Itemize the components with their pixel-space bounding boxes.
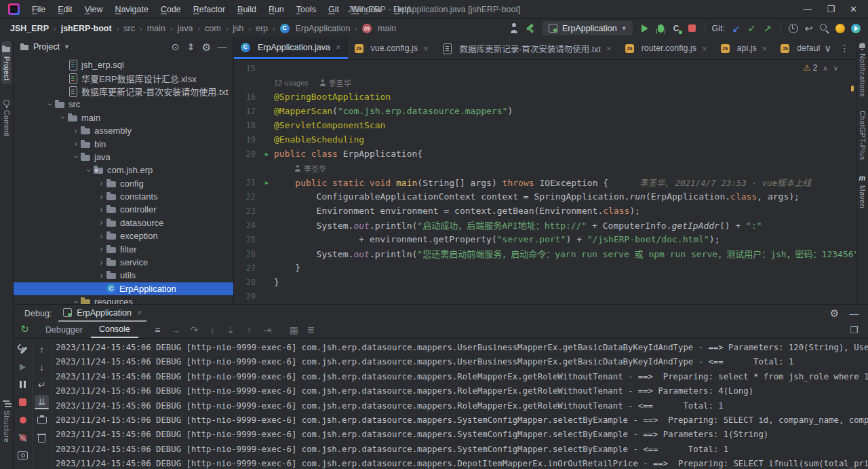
tree-chevron-icon[interactable]: › (84, 165, 94, 175)
line-number[interactable]: 23 (234, 206, 260, 216)
tree-item-exception[interactable]: ›exception (14, 229, 233, 242)
line-number[interactable]: 29 (234, 292, 260, 301)
breadcrumb-jsh[interactable]: jsh (231, 23, 245, 34)
tab-options-kebab-icon[interactable]: ⋮ (837, 41, 852, 56)
console-output[interactable]: 2023/11/24-15:45:06 DEBUG [http-nio-9999… (51, 339, 868, 469)
tree-chevron-icon[interactable]: › (96, 179, 106, 188)
search-icon[interactable] (817, 21, 831, 35)
menu-tools[interactable]: Tools (291, 3, 321, 16)
line-number[interactable]: 18 (234, 121, 260, 130)
layout-settings-icon[interactable]: ≣ (304, 323, 318, 337)
tree-item-jsh_erp.sql[interactable]: jsh_erp.sql (14, 58, 233, 71)
line-number[interactable]: 26 (234, 249, 260, 259)
debug-bug-icon[interactable] (654, 21, 668, 35)
plugin-teal-icon[interactable] (848, 21, 863, 35)
tree-chevron-icon[interactable]: › (96, 231, 106, 241)
close-icon[interactable]: ✕ (850, 4, 857, 14)
menu-build[interactable]: Build (232, 3, 262, 16)
git-push-icon[interactable]: ↗ (760, 21, 774, 35)
tool-stripe-maven[interactable]: mMaven (858, 172, 867, 210)
undo-icon[interactable]: ↩ (802, 21, 816, 35)
tree-chevron-icon[interactable]: › (71, 139, 81, 149)
close-session-icon[interactable]: × (137, 307, 142, 318)
jump-down-icon[interactable]: ↓ (35, 360, 49, 374)
breadcrumb-jshERP-boot[interactable]: jshERP-boot (59, 23, 114, 34)
next-problem-icon[interactable]: ∨ (833, 64, 838, 72)
breadcrumb-ErpApplication[interactable]: CErpApplication (278, 23, 353, 34)
breadcrumb-JSH_ERP[interactable]: JSH_ERP (8, 23, 51, 34)
debug-tab-console[interactable]: Console (91, 322, 138, 338)
evaluate-expression-icon[interactable]: ▦ (287, 323, 301, 337)
tree-item-src[interactable]: ›src (14, 98, 233, 111)
prev-problem-icon[interactable]: ∧ (823, 64, 827, 72)
editor-tab-ErpApplication.java[interactable]: CErpApplication.java× (234, 37, 348, 59)
line-number[interactable]: 15 (234, 64, 260, 73)
tool-stripe-project[interactable]: Project (1, 41, 12, 84)
scrollbar-warning-mark[interactable] (851, 86, 854, 92)
tree-item-config[interactable]: ›config (14, 177, 233, 190)
stop-icon[interactable] (685, 21, 699, 35)
menu-run[interactable]: Run (263, 3, 290, 16)
close-tab-icon[interactable]: × (336, 42, 341, 52)
step-out-icon[interactable]: ↑ (242, 323, 256, 337)
tree-chevron-icon[interactable]: › (96, 271, 106, 280)
tree-item-assembly[interactable]: ›assembly (14, 124, 233, 137)
line-number[interactable]: 20 (234, 149, 260, 159)
breadcrumb-main[interactable]: mmain (360, 23, 398, 34)
line-number[interactable]: 25 (234, 235, 260, 244)
thread-dump-camera-icon[interactable] (16, 448, 30, 462)
line-number[interactable]: 24 (234, 221, 260, 230)
more-options-icon[interactable]: ≡ (151, 323, 165, 337)
run-gutter-icon[interactable]: ▶ (260, 179, 274, 186)
debug-gear-icon[interactable]: ⚙ (827, 306, 842, 320)
tree-item-constants[interactable]: ›constants (14, 190, 233, 203)
print-icon[interactable] (35, 413, 49, 427)
plugin-orange-icon[interactable] (833, 21, 847, 35)
breadcrumb-erp[interactable]: erp (254, 23, 270, 34)
tree-chevron-icon[interactable]: › (96, 258, 106, 267)
tree-item-com.jsh.erp[interactable]: ›com.jsh.erp (14, 164, 233, 176)
close-tab-icon[interactable]: × (702, 43, 707, 54)
scroll-to-end-icon[interactable]: ⇊ (35, 395, 49, 409)
tree-chevron-icon[interactable]: › (71, 152, 81, 162)
line-number[interactable]: 19 (234, 135, 260, 145)
close-tab-icon[interactable]: × (606, 43, 612, 54)
tree-chevron-icon[interactable]: › (45, 99, 55, 109)
tool-stripe-commit[interactable]: Commit (1, 95, 12, 140)
debug-tab-debugger[interactable]: Debugger (37, 322, 91, 338)
soft-wrap-icon[interactable]: ↵ (35, 377, 49, 392)
hammer-icon[interactable] (523, 21, 537, 35)
tree-chevron-icon[interactable]: › (96, 192, 106, 202)
line-number[interactable]: 22 (234, 192, 260, 202)
line-number[interactable]: 16 (234, 92, 260, 102)
settings-gear-icon[interactable]: ⚙ (199, 40, 214, 54)
tree-item-java[interactable]: ›java (14, 151, 233, 164)
tree-item-数据库更新记录-首次安装请勿使用.txt[interactable]: 数据库更新记录-首次安装请勿使用.txt (14, 85, 233, 98)
editor-tab-router.config.js[interactable]: JSrouter.config.js× (618, 37, 714, 59)
hide-panel-icon[interactable]: — (215, 40, 229, 54)
inspections-widget[interactable]: ⚠ 2 ∧ ∨ (804, 63, 838, 73)
git-commit-icon[interactable]: ✓ (745, 21, 759, 35)
tool-stripe-structure[interactable]: Structure (1, 396, 12, 446)
wrench-icon[interactable] (16, 342, 30, 356)
collapse-all-icon[interactable]: ⇕ (184, 40, 198, 54)
menu-edit[interactable]: Edit (52, 3, 78, 16)
locate-file-icon[interactable]: ⊙ (168, 40, 182, 54)
run-gutter-icon[interactable]: ▶ (260, 151, 274, 157)
clear-all-icon[interactable] (35, 430, 49, 445)
tree-item-华夏ERP数据库设计汇总.xlsx[interactable]: 华夏ERP数据库设计汇总.xlsx (14, 71, 233, 84)
step-into-icon[interactable]: ↓ (205, 323, 220, 337)
tree-item-controller[interactable]: ›controller (14, 203, 233, 216)
tree-chevron-icon[interactable]: › (96, 244, 106, 254)
mute-breakpoints-icon[interactable] (16, 430, 30, 445)
debug-stop-icon[interactable] (16, 395, 30, 409)
tree-item-datasource[interactable]: ›datasource (14, 217, 233, 229)
menu-navigate[interactable]: Navigate (110, 3, 154, 16)
tree-item-service[interactable]: ›service (14, 256, 233, 269)
tree-item-bin[interactable]: ›bin (14, 137, 233, 150)
run-icon[interactable] (638, 21, 652, 35)
menu-refactor[interactable]: Refactor (188, 3, 231, 16)
history-icon[interactable] (786, 21, 800, 35)
show-execution-point-icon[interactable]: → (169, 323, 183, 337)
resume-icon[interactable] (16, 360, 30, 374)
